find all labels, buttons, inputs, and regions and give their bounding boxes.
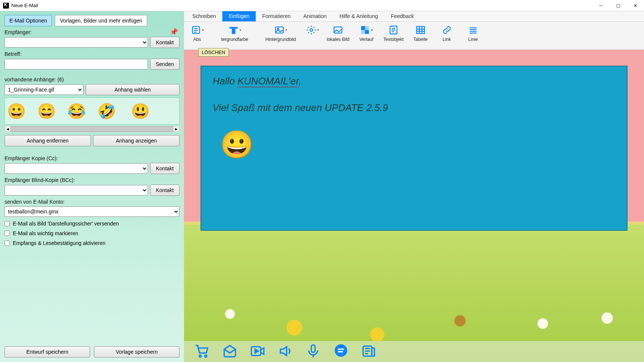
close-button[interactable]: ✕ <box>627 0 644 11</box>
save-draft-button[interactable]: Entwurf speichern <box>5 346 90 357</box>
rb-gradient[interactable]: ▾ Verlauf <box>357 25 376 42</box>
maximize-button[interactable]: ▢ <box>609 0 627 11</box>
editor-line-1: Hallo KUNOMAIL'er, <box>213 75 615 87</box>
chk-receipt[interactable] <box>5 240 10 246</box>
save-template-button[interactable]: Vorlage speichern <box>94 346 179 357</box>
svg-rect-4 <box>232 29 235 34</box>
from-select[interactable]: testballon@mein.gmx <box>5 206 179 217</box>
from-label: senden von E-Mail Konto: <box>5 199 179 205</box>
svg-rect-11 <box>361 30 365 34</box>
rb-localimage-label: lokales Bild <box>327 37 350 42</box>
emoji-rofl-icon[interactable]: 🤣 <box>97 104 116 119</box>
mail-open-icon[interactable] <box>222 344 237 360</box>
chk-important[interactable] <box>5 231 10 236</box>
rb-link[interactable]: Link <box>437 25 456 42</box>
chat-icon[interactable] <box>333 344 348 360</box>
sidebar: E-Mail Optionen Vorlagen, Bilder und meh… <box>0 11 184 362</box>
rtab-hilfe[interactable]: Hilfe & Anleitung <box>333 11 385 21</box>
minimize-button[interactable]: ─ <box>592 0 609 11</box>
svg-marker-29 <box>255 349 258 353</box>
rb-line[interactable]: Linie <box>464 25 483 42</box>
attachment-preview-panel: 😀 😄 😂 🤣 😃 <box>5 98 179 125</box>
scroll-right-icon[interactable]: ▶ <box>173 126 179 132</box>
rb-gradient-label: Verlauf <box>359 37 373 42</box>
main-area: Schreiben Einfügen Formatieren Animation… <box>184 11 644 362</box>
attachments-label: vorhandene Anhänge: (6) <box>5 77 179 83</box>
svg-rect-12 <box>365 30 369 34</box>
svg-rect-10 <box>365 26 369 30</box>
rb-paragraph-label: Abs <box>193 37 201 42</box>
send-button[interactable]: Senden <box>150 59 179 70</box>
remove-attachment-button[interactable]: Anhang entfernen <box>5 135 91 146</box>
scroll-left-icon[interactable]: ◀ <box>5 126 11 132</box>
rb-bgimage-label: Hintergrundbild <box>265 37 296 42</box>
ribbon-toolbar: ▾ Abs ▾ tergrundfarbe ▾ Hintergrundbild … <box>184 22 644 50</box>
rb-table-label: Tabelle <box>413 37 428 42</box>
ribbon-tabs: Schreiben Einfügen Formatieren Animation… <box>184 11 644 22</box>
recipient-input[interactable] <box>5 37 148 48</box>
rb-bgcolor-label: tergrundfarbe <box>221 37 248 42</box>
svg-rect-36 <box>372 348 374 356</box>
svg-point-32 <box>335 345 347 356</box>
pin-icon[interactable]: 📌 <box>170 28 178 36</box>
attachment-scrollbar[interactable]: ◀ ▶ <box>5 126 179 132</box>
scroll-thumb[interactable] <box>11 126 176 132</box>
rb-localimage[interactable]: lokales Bild <box>327 25 350 42</box>
svg-rect-9 <box>361 26 365 30</box>
emoji-grin-icon[interactable]: 😄 <box>37 104 56 119</box>
svg-point-7 <box>310 29 313 32</box>
editor-canvas: Hallo KUNOMAIL'er, Viel Spaß mit dem neu… <box>184 50 644 362</box>
rb-paragraph[interactable]: ▾ Abs <box>188 25 207 42</box>
rtab-animation[interactable]: Animation <box>297 11 333 21</box>
editor-emoji-grinning-icon: 😀 <box>220 129 615 161</box>
subject-input[interactable] <box>5 59 148 69</box>
show-attachment-button[interactable]: Anhang anzeigen <box>93 135 179 146</box>
cc-input[interactable] <box>5 163 148 174</box>
email-body-editor[interactable]: Hallo KUNOMAIL'er, Viel Spaß mit dem neu… <box>201 66 627 231</box>
tab-email-options[interactable]: E-Mail Optionen <box>5 15 52 26</box>
rtab-feedback[interactable]: Feedback <box>385 11 420 21</box>
rtab-schreiben[interactable]: Schreiben <box>186 11 222 21</box>
attachment-select[interactable]: 1_Grinning-Face.gif <box>5 84 83 95</box>
rtab-einfuegen[interactable]: Einfügen <box>222 11 256 21</box>
emoji-grinning-icon[interactable]: 😀 <box>7 104 26 119</box>
rtab-formatieren[interactable]: Formatieren <box>256 11 297 21</box>
rb-bgimage[interactable]: ▾ Hintergrundbild <box>263 25 299 42</box>
app-logo <box>3 3 9 9</box>
svg-point-26 <box>199 355 201 357</box>
news-icon[interactable] <box>361 344 376 360</box>
rb-link-label: Link <box>443 37 451 42</box>
emoji-partial-icon[interactable]: 😃 <box>131 104 150 119</box>
rb-textobject-label: Textobjekt <box>383 37 404 42</box>
emoji-laughcry-icon[interactable]: 😂 <box>67 104 86 119</box>
microphone-icon[interactable] <box>306 344 321 360</box>
bottom-toolbar <box>184 341 644 362</box>
rb-textobject[interactable]: Textobjekt <box>383 25 404 42</box>
rb-table[interactable]: Tabelle <box>411 25 430 42</box>
editor-line-2: Viel Spaß mit dem neuen UPDATE 2.5.9 <box>213 102 615 114</box>
bcc-contact-button[interactable]: Kontakt <box>150 185 179 196</box>
window-title: Neue E-Mail <box>11 3 38 8</box>
svg-rect-30 <box>311 345 315 352</box>
tab-templates[interactable]: Vorlagen, Bilder und mehr einfügen <box>55 15 147 26</box>
recipient-contact-button[interactable]: Kontakt <box>150 37 179 48</box>
chk-image[interactable] <box>5 221 10 226</box>
chk-image-label: E-Mail als Bild 'Darstellungssicher' ver… <box>13 221 119 227</box>
speaker-icon[interactable] <box>278 344 293 360</box>
choose-attachment-button[interactable]: Anhang wählen <box>86 84 179 95</box>
recipient-label: Empfänger: <box>5 29 179 35</box>
svg-point-27 <box>205 355 207 357</box>
svg-rect-17 <box>416 27 424 34</box>
titlebar: Neue E-Mail ─ ▢ ✕ <box>0 0 644 11</box>
rb-bgcolor[interactable]: ▾ tergrundfarbe <box>214 25 255 42</box>
chk-important-label: E-Mail als wichtig markieren <box>13 230 78 236</box>
tooltip-loeschen: LÖSCHEN <box>198 48 229 57</box>
bcc-input[interactable] <box>5 185 148 195</box>
subject-label: Betreff: <box>5 51 179 57</box>
cc-contact-button[interactable]: Kontakt <box>150 163 179 174</box>
rb-settings[interactable]: ▾ <box>306 25 319 37</box>
rb-line-label: Linie <box>468 37 478 42</box>
cc-label: Empfänger Kopie (Cc): <box>5 155 179 161</box>
cart-icon[interactable] <box>195 344 210 360</box>
video-icon[interactable] <box>250 344 265 360</box>
